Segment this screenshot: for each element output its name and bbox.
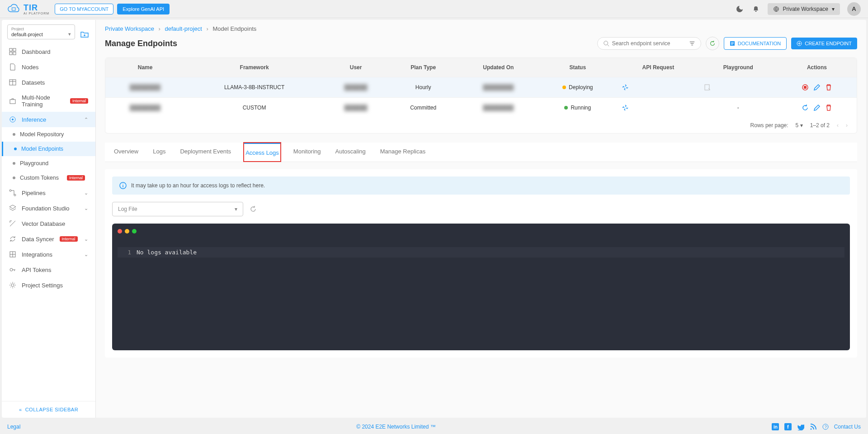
sidebar-sub-playground[interactable]: Playground: [2, 156, 95, 171]
api-request-icon: [622, 84, 629, 91]
tab-content: It may take up to an hour for access log…: [105, 169, 857, 358]
breadcrumb: Private Workspace › default-project › Mo…: [105, 25, 857, 32]
internal-badge: Internal: [67, 175, 85, 181]
sidebar-item-data-syncer[interactable]: Data SyncerInternal⌄: [2, 231, 95, 247]
sidebar-sub-model-endpoints[interactable]: Model Endpoints: [2, 142, 95, 156]
footer-legal-link[interactable]: Legal: [7, 424, 20, 430]
sidebar-item-inference[interactable]: Inference⌃: [2, 112, 95, 127]
avatar[interactable]: A: [847, 2, 861, 16]
maximize-dot-icon: [132, 229, 137, 234]
sidebar-item-project-settings[interactable]: Project Settings: [2, 277, 95, 293]
tab-logs[interactable]: Logs: [151, 143, 167, 162]
status-dot-icon: [562, 86, 566, 89]
sidebar-item-api-tokens[interactable]: API Tokens: [2, 262, 95, 277]
endpoints-table: Name Framework User Plan Type Updated On…: [105, 57, 857, 134]
tab-autoscaling[interactable]: Autoscaling: [334, 143, 368, 162]
sidebar-item-datasets[interactable]: Datasets: [2, 75, 95, 90]
sidebar-item-nodes[interactable]: Nodes: [2, 59, 95, 75]
search-input[interactable]: [612, 40, 686, 47]
minimize-dot-icon: [125, 229, 129, 234]
documentation-button[interactable]: DOCUMENTATION: [724, 37, 787, 50]
sidebar-item-label: Multi-Node Training: [22, 94, 65, 108]
sidebar-item-dashboard[interactable]: Dashboard: [2, 44, 95, 59]
restart-icon[interactable]: [802, 104, 809, 111]
project-select[interactable]: Project default-project ▾: [7, 24, 75, 39]
cell-name-blurred: ████████: [130, 84, 160, 91]
next-page-button[interactable]: ›: [846, 122, 848, 129]
stop-icon[interactable]: [802, 84, 809, 91]
table-icon: [9, 79, 16, 86]
svg-text:?: ?: [825, 424, 827, 429]
th-api: API Request: [617, 58, 699, 77]
chevron-down-icon: ▾: [68, 31, 71, 37]
delete-icon[interactable]: [825, 104, 832, 111]
sidebar-sub-custom-tokens[interactable]: Custom TokensInternal: [2, 171, 95, 185]
api-request-icon: [622, 104, 629, 111]
sidebar-item-label: Custom Tokens: [20, 175, 59, 181]
table-row[interactable]: ████████ CUSTOM ██████ Committed ███████…: [105, 98, 857, 118]
sidebar-item-label: Dashboard: [22, 48, 51, 55]
tab-access-logs[interactable]: Access Logs: [244, 143, 281, 162]
tab-overview[interactable]: Overview: [112, 143, 140, 162]
cell-api[interactable]: [617, 98, 699, 118]
cell-api[interactable]: [617, 77, 699, 98]
cell-updated-blurred: ████████: [483, 105, 514, 111]
edit-icon[interactable]: [813, 104, 821, 111]
footer-contact-link[interactable]: Contact Us: [834, 424, 861, 430]
refresh-button[interactable]: [706, 37, 719, 50]
filter-icon[interactable]: [689, 40, 695, 47]
folder-add-icon[interactable]: [80, 31, 89, 38]
svg-point-15: [604, 41, 608, 45]
explore-genai-button[interactable]: Explore GenAI API: [117, 4, 170, 14]
refresh-logs-icon[interactable]: [250, 205, 257, 213]
th-actions: Actions: [777, 58, 857, 77]
tab-monitoring[interactable]: Monitoring: [292, 143, 323, 162]
create-endpoint-button[interactable]: CREATE ENDPOINT: [791, 38, 857, 49]
rows-per-page-select[interactable]: 5 ▾: [796, 122, 803, 129]
internal-badge: Internal: [60, 236, 78, 242]
th-user: User: [324, 58, 388, 77]
facebook-icon[interactable]: f: [784, 423, 792, 430]
search-box[interactable]: [597, 37, 701, 50]
breadcrumb-project[interactable]: default-project: [165, 25, 202, 32]
cell-user-blurred: ██████: [344, 84, 368, 91]
layers-icon: [9, 205, 16, 212]
table-pagination: Rows per page: 5 ▾ 1–2 of 2 ‹ ›: [105, 118, 857, 133]
terminal: 1 No logs available: [112, 224, 850, 350]
sidebar-item-label: Foundation Studio: [22, 205, 70, 212]
rss-icon[interactable]: [810, 423, 817, 430]
sidebar-sub-model-repository[interactable]: Model Repository: [2, 127, 95, 142]
breadcrumb-sep: ›: [206, 25, 208, 32]
edit-icon[interactable]: [813, 84, 821, 91]
prev-page-button[interactable]: ‹: [837, 122, 839, 129]
tab-deployment-events[interactable]: Deployment Events: [178, 143, 233, 162]
cell-playground[interactable]: [699, 77, 777, 98]
breadcrumb-workspace[interactable]: Private Workspace: [105, 25, 154, 32]
search-icon: [603, 40, 609, 47]
sidebar-item-pipelines[interactable]: Pipelines⌄: [2, 185, 95, 200]
tab-manage-replicas[interactable]: Manage Replicas: [378, 143, 427, 162]
breadcrumb-current: Model Endpoints: [212, 25, 256, 32]
go-to-myaccount-button[interactable]: GO TO MYACCOUNT: [55, 4, 113, 14]
create-label: CREATE ENDPOINT: [805, 41, 852, 46]
svg-rect-3: [13, 48, 16, 51]
linkedin-icon[interactable]: in: [772, 423, 779, 430]
notifications-icon[interactable]: [751, 5, 760, 14]
collapse-sidebar-button[interactable]: « COLLAPSE SIDEBAR: [2, 401, 95, 418]
twitter-icon[interactable]: [797, 423, 804, 430]
chevron-up-icon: ⌃: [84, 117, 88, 123]
cloud-icon: [7, 4, 21, 14]
sidebar-item-foundation-studio[interactable]: Foundation Studio⌄: [2, 200, 95, 216]
table-row[interactable]: ████████ LLAMA-3-8B-INSTRUCT ██████ Hour…: [105, 77, 857, 98]
cell-framework: CUSTOM: [185, 98, 324, 118]
inference-icon: [9, 116, 16, 123]
cell-plan: Hourly: [388, 77, 458, 98]
chevron-down-icon: ▾: [235, 206, 237, 212]
sidebar-item-multi-node-training[interactable]: Multi-Node TrainingInternal: [2, 90, 95, 112]
workspace-selector[interactable]: Private Workspace ▾: [768, 3, 840, 15]
delete-icon[interactable]: [825, 84, 832, 91]
sidebar-item-vector-database[interactable]: Vector Database: [2, 216, 95, 231]
sidebar-item-integrations[interactable]: Integrations⌄: [2, 247, 95, 262]
log-file-select[interactable]: Log File ▾: [112, 202, 243, 216]
theme-toggle-icon[interactable]: [735, 5, 744, 14]
